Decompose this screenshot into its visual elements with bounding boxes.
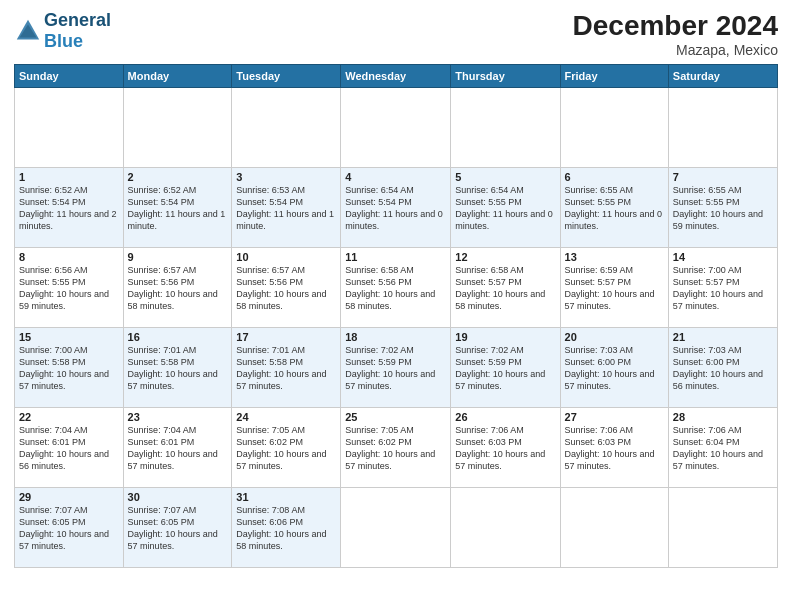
day-number: 5 [455,171,555,183]
sunset-label: Sunset: 5:54 PM [236,197,303,207]
sunset-label: Sunset: 5:54 PM [128,197,195,207]
sunrise-label: Sunrise: 6:54 AM [455,185,524,195]
calendar-cell: 20 Sunrise: 7:03 AM Sunset: 6:00 PM Dayl… [560,328,668,408]
calendar-week-1: 1 Sunrise: 6:52 AM Sunset: 5:54 PM Dayli… [15,168,778,248]
daylight-label: Daylight: 11 hours and 1 minute. [236,209,334,231]
day-number: 12 [455,251,555,263]
sunset-label: Sunset: 5:59 PM [455,357,522,367]
calendar-cell: 22 Sunrise: 7:04 AM Sunset: 6:01 PM Dayl… [15,408,124,488]
sunrise-label: Sunrise: 7:00 AM [19,345,88,355]
header-row: Sunday Monday Tuesday Wednesday Thursday… [15,65,778,88]
day-number: 16 [128,331,228,343]
day-number: 9 [128,251,228,263]
sunset-label: Sunset: 5:54 PM [345,197,412,207]
day-info: Sunrise: 7:06 AM Sunset: 6:03 PM Dayligh… [565,424,664,473]
daylight-label: Daylight: 10 hours and 58 minutes. [345,289,435,311]
daylight-label: Daylight: 11 hours and 0 minutes. [455,209,553,231]
sunrise-label: Sunrise: 7:07 AM [128,505,197,515]
day-number: 3 [236,171,336,183]
calendar-cell: 21 Sunrise: 7:03 AM Sunset: 6:00 PM Dayl… [668,328,777,408]
sunrise-label: Sunrise: 6:52 AM [19,185,88,195]
day-number: 13 [565,251,664,263]
daylight-label: Daylight: 10 hours and 58 minutes. [236,529,326,551]
day-info: Sunrise: 7:05 AM Sunset: 6:02 PM Dayligh… [236,424,336,473]
daylight-label: Daylight: 11 hours and 0 minutes. [565,209,663,231]
col-monday: Monday [123,65,232,88]
day-number: 18 [345,331,446,343]
calendar-cell: 19 Sunrise: 7:02 AM Sunset: 5:59 PM Dayl… [451,328,560,408]
calendar-cell: 25 Sunrise: 7:05 AM Sunset: 6:02 PM Dayl… [341,408,451,488]
calendar-cell: 5 Sunrise: 6:54 AM Sunset: 5:55 PM Dayli… [451,168,560,248]
day-number: 7 [673,171,773,183]
day-info: Sunrise: 7:00 AM Sunset: 5:57 PM Dayligh… [673,264,773,313]
calendar-cell: 9 Sunrise: 6:57 AM Sunset: 5:56 PM Dayli… [123,248,232,328]
sunrise-label: Sunrise: 6:55 AM [565,185,634,195]
sunset-label: Sunset: 6:02 PM [236,437,303,447]
sunset-label: Sunset: 5:58 PM [128,357,195,367]
sunset-label: Sunset: 6:05 PM [19,517,86,527]
calendar-cell: 26 Sunrise: 7:06 AM Sunset: 6:03 PM Dayl… [451,408,560,488]
day-info: Sunrise: 7:00 AM Sunset: 5:58 PM Dayligh… [19,344,119,393]
calendar-cell: 1 Sunrise: 6:52 AM Sunset: 5:54 PM Dayli… [15,168,124,248]
calendar-week-0 [15,88,778,168]
sunrise-label: Sunrise: 6:53 AM [236,185,305,195]
day-number: 25 [345,411,446,423]
daylight-label: Daylight: 10 hours and 58 minutes. [128,289,218,311]
sunset-label: Sunset: 5:54 PM [19,197,86,207]
sunset-label: Sunset: 6:06 PM [236,517,303,527]
daylight-label: Daylight: 10 hours and 57 minutes. [673,289,763,311]
day-info: Sunrise: 6:56 AM Sunset: 5:55 PM Dayligh… [19,264,119,313]
daylight-label: Daylight: 11 hours and 0 minutes. [345,209,443,231]
calendar-cell: 3 Sunrise: 6:53 AM Sunset: 5:54 PM Dayli… [232,168,341,248]
sunset-label: Sunset: 5:56 PM [128,277,195,287]
calendar-cell: 14 Sunrise: 7:00 AM Sunset: 5:57 PM Dayl… [668,248,777,328]
sunset-label: Sunset: 6:00 PM [565,357,632,367]
day-info: Sunrise: 7:01 AM Sunset: 5:58 PM Dayligh… [128,344,228,393]
col-wednesday: Wednesday [341,65,451,88]
day-info: Sunrise: 7:06 AM Sunset: 6:03 PM Dayligh… [455,424,555,473]
sunrise-label: Sunrise: 7:08 AM [236,505,305,515]
day-info: Sunrise: 7:06 AM Sunset: 6:04 PM Dayligh… [673,424,773,473]
sunrise-label: Sunrise: 7:06 AM [455,425,524,435]
col-friday: Friday [560,65,668,88]
logo: General Blue [14,10,111,52]
sunrise-label: Sunrise: 7:01 AM [236,345,305,355]
daylight-label: Daylight: 10 hours and 59 minutes. [19,289,109,311]
calendar-cell: 8 Sunrise: 6:56 AM Sunset: 5:55 PM Dayli… [15,248,124,328]
daylight-label: Daylight: 10 hours and 57 minutes. [565,289,655,311]
col-tuesday: Tuesday [232,65,341,88]
daylight-label: Daylight: 10 hours and 56 minutes. [673,369,763,391]
calendar-cell [15,88,124,168]
sunrise-label: Sunrise: 6:58 AM [345,265,414,275]
day-info: Sunrise: 7:08 AM Sunset: 6:06 PM Dayligh… [236,504,336,553]
calendar-cell: 6 Sunrise: 6:55 AM Sunset: 5:55 PM Dayli… [560,168,668,248]
daylight-label: Daylight: 10 hours and 57 minutes. [455,369,545,391]
sunrise-label: Sunrise: 7:04 AM [128,425,197,435]
col-sunday: Sunday [15,65,124,88]
calendar-cell: 15 Sunrise: 7:00 AM Sunset: 5:58 PM Dayl… [15,328,124,408]
day-info: Sunrise: 7:03 AM Sunset: 6:00 PM Dayligh… [565,344,664,393]
calendar-cell: 28 Sunrise: 7:06 AM Sunset: 6:04 PM Dayl… [668,408,777,488]
calendar-cell: 10 Sunrise: 6:57 AM Sunset: 5:56 PM Dayl… [232,248,341,328]
daylight-label: Daylight: 10 hours and 58 minutes. [236,289,326,311]
day-info: Sunrise: 7:07 AM Sunset: 6:05 PM Dayligh… [128,504,228,553]
sunset-label: Sunset: 6:03 PM [455,437,522,447]
daylight-label: Daylight: 10 hours and 57 minutes. [19,369,109,391]
calendar-cell [560,488,668,568]
daylight-label: Daylight: 10 hours and 57 minutes. [455,449,545,471]
sunrise-label: Sunrise: 6:58 AM [455,265,524,275]
sunrise-label: Sunrise: 7:03 AM [565,345,634,355]
sunrise-label: Sunrise: 7:06 AM [673,425,742,435]
calendar-week-4: 22 Sunrise: 7:04 AM Sunset: 6:01 PM Dayl… [15,408,778,488]
sunset-label: Sunset: 6:00 PM [673,357,740,367]
sunset-label: Sunset: 5:57 PM [673,277,740,287]
sunset-label: Sunset: 6:02 PM [345,437,412,447]
calendar-cell: 13 Sunrise: 6:59 AM Sunset: 5:57 PM Dayl… [560,248,668,328]
day-info: Sunrise: 7:05 AM Sunset: 6:02 PM Dayligh… [345,424,446,473]
calendar-cell [341,88,451,168]
sunset-label: Sunset: 5:56 PM [236,277,303,287]
sunset-label: Sunset: 6:03 PM [565,437,632,447]
day-info: Sunrise: 6:58 AM Sunset: 5:57 PM Dayligh… [455,264,555,313]
sunrise-label: Sunrise: 6:52 AM [128,185,197,195]
day-number: 1 [19,171,119,183]
